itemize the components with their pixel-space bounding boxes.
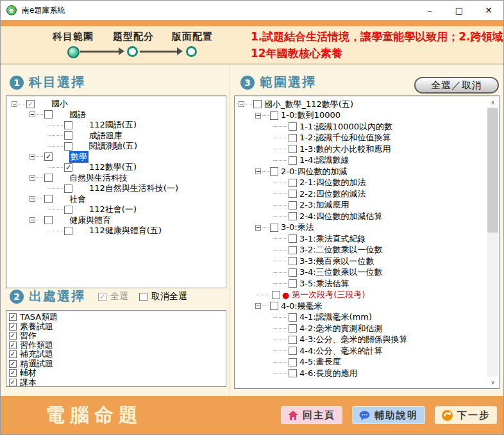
tree-checkbox[interactable] (289, 145, 297, 153)
tree-row[interactable]: 112健康與體育(五) (6, 226, 226, 236)
tree-item-label[interactable]: 1-3:數的大小比較和應用 (299, 144, 391, 155)
tree-item-label[interactable]: 4-0:幾毫米 (281, 300, 323, 312)
tree-row[interactable]: 2-4:四位數的加減估算 (235, 211, 487, 222)
item-checkbox[interactable]: ✓ (9, 313, 17, 321)
tree-checkbox[interactable] (289, 358, 297, 366)
tree-row[interactable]: 2-3:加減應用 (235, 200, 487, 211)
tree-item-label[interactable]: 2-4:四位數的加減估算 (299, 211, 383, 222)
tree-row[interactable]: ✓112數學(五) (6, 162, 226, 173)
tree-checkbox[interactable] (270, 224, 278, 232)
tree-checkbox[interactable]: ✓ (44, 152, 53, 161)
list-item[interactable]: ✓精選試題 (6, 359, 226, 369)
tree-checkbox[interactable] (44, 195, 53, 203)
tree-checkbox[interactable] (289, 156, 297, 165)
tree-expander-icon[interactable] (29, 111, 35, 117)
tree-item-label[interactable]: 4-6:長度的應用 (299, 368, 358, 379)
tree-row[interactable]: 3-2:二位數乘以一位數 (235, 245, 487, 256)
tree-expander-icon[interactable] (29, 217, 35, 223)
tree-row[interactable]: 1-4:認識數線 (235, 155, 487, 167)
tree-item-label[interactable]: 3-1:乘法直式紀錄 (299, 233, 366, 245)
list-item[interactable]: ✓課本 (6, 378, 226, 388)
tree-expander-icon[interactable] (255, 303, 261, 309)
tree-item-label[interactable]: 4-5:畫長度 (299, 356, 341, 368)
tree-expander-icon[interactable] (29, 175, 35, 181)
tree-item-label[interactable]: 2-0:四位數的加減 (281, 166, 348, 177)
tree-item-label[interactable]: 3-4:三位數乘以一位數 (299, 267, 383, 278)
tree-item-label[interactable]: 健康與體育 (69, 215, 111, 226)
tree-row[interactable]: 4-4:公分、毫米的計算 (235, 345, 487, 357)
tree-checkbox[interactable]: ✓ (26, 100, 35, 108)
item-checkbox[interactable]: ✓ (9, 360, 17, 368)
tree-item-label[interactable]: 4-4:公分、毫米的計算 (299, 345, 383, 357)
tree-checkbox[interactable]: ✓ (64, 163, 72, 172)
tree-row[interactable]: 自然與生活科技 (6, 173, 226, 184)
tree-checkbox[interactable] (289, 179, 297, 187)
scrollbar-up-icon[interactable]: ∧ (487, 97, 498, 108)
tree-item-label[interactable]: 112健康與體育(五) (89, 225, 162, 236)
tree-checkbox[interactable] (64, 206, 72, 214)
tree-row[interactable]: 4-1:認識毫米(mm) (235, 312, 487, 324)
list-item[interactable]: ✓素養試題 (6, 322, 226, 332)
tree-checkbox[interactable] (289, 201, 297, 209)
tree-row[interactable]: 國語 (6, 110, 226, 120)
tree-checkbox[interactable] (289, 313, 297, 322)
tree-expander-icon[interactable] (239, 101, 244, 107)
tree-row[interactable]: 2-0:四位數的加減 (235, 166, 487, 177)
tree-checkbox[interactable] (270, 302, 278, 310)
tree-row[interactable]: 4-2:毫米的實測和估測 (235, 323, 487, 334)
tree-item-label[interactable]: 4-1:認識毫米(mm) (299, 311, 372, 323)
tree-item-label[interactable]: 4-3:公分、毫米的關係與換算 (299, 334, 408, 345)
tree-checkbox[interactable] (44, 110, 53, 119)
tree-item-label[interactable]: 自然與生活科技 (69, 172, 128, 184)
tree-row[interactable]: 3-1:乘法直式紀錄 (235, 233, 487, 245)
tree-item-label[interactable]: 3-3:幾百乘以一位數 (299, 256, 374, 267)
deselect-all-option[interactable]: 取消全選 (139, 291, 187, 302)
tree-checkbox[interactable] (253, 100, 262, 108)
tree-row[interactable]: 112社會(一) (6, 204, 226, 215)
tree-item-label[interactable]: 數學 (69, 151, 88, 163)
deselect-all-checkbox[interactable] (139, 293, 147, 301)
tree-row[interactable]: 112國語(五) (6, 120, 226, 131)
tree-item-label[interactable]: 2-2:四位數的減法 (299, 188, 366, 200)
tree-item-label[interactable]: 國語 (69, 109, 86, 120)
tree-item-label[interactable]: 1-2:認識千位和位值換算 (299, 132, 391, 144)
next-button[interactable]: 下一步 (435, 406, 497, 424)
tree-checkbox[interactable] (289, 234, 297, 243)
tree-row[interactable]: 3-4:三位數乘以一位數 (235, 267, 487, 279)
tree-item-label[interactable]: 112數學(五) (89, 161, 137, 173)
tree-item-label[interactable]: 112自然與生活科技(一) (89, 183, 178, 194)
tree-checkbox[interactable] (289, 347, 297, 355)
tree-expander-icon[interactable] (29, 196, 35, 202)
tree-row[interactable]: 4-0:幾毫米 (235, 300, 487, 312)
tree-checkbox[interactable] (289, 324, 297, 332)
tree-item-label[interactable]: 國小_數學_112數學(五) (264, 99, 353, 110)
tree-row[interactable]: 3-0:乘法 (235, 222, 487, 234)
tree-checkbox[interactable] (64, 185, 72, 193)
tree-item-label[interactable]: 2-1:四位數的加法 (299, 177, 366, 188)
tree-checkbox[interactable] (44, 174, 53, 182)
tree-expander-icon[interactable] (12, 101, 17, 107)
maximize-button[interactable]: □ (444, 1, 474, 20)
tree-item-label[interactable]: 閱讀測驗(五) (89, 140, 137, 152)
tree-item-label[interactable]: 112社會(一) (89, 204, 137, 215)
tree-expander-icon[interactable] (255, 168, 261, 174)
tree-checkbox[interactable] (64, 121, 72, 129)
scrollbar-thumb[interactable] (487, 108, 498, 233)
tree-checkbox[interactable] (289, 122, 297, 131)
tree-row[interactable]: 1-2:認識千位和位值換算 (235, 133, 487, 144)
tree-row[interactable]: 4-5:畫長度 (235, 357, 487, 368)
tree-row[interactable]: 健康與體育 (6, 215, 226, 226)
tree-checkbox[interactable] (289, 212, 297, 220)
tree-checkbox[interactable] (270, 111, 278, 120)
tree-checkbox[interactable] (44, 216, 53, 224)
tree-item-label[interactable]: 1-4:認識數線 (299, 154, 349, 166)
tree-row[interactable]: 4-3:公分、毫米的關係與換算 (235, 334, 487, 346)
tree-row[interactable]: 1-1:認識10000以內的數 (235, 121, 487, 133)
item-checkbox[interactable]: ✓ (9, 379, 17, 386)
tree-row[interactable]: 112自然與生活科技(一) (6, 183, 226, 194)
tree-row[interactable]: 2-1:四位數的加法 (235, 177, 487, 189)
tree-item-label[interactable]: 國小 (51, 98, 68, 110)
tree-expander-icon[interactable] (255, 225, 261, 231)
tree-row[interactable]: ✓數學 (6, 152, 226, 163)
tree-item-label[interactable]: 112國語(五) (89, 119, 137, 131)
